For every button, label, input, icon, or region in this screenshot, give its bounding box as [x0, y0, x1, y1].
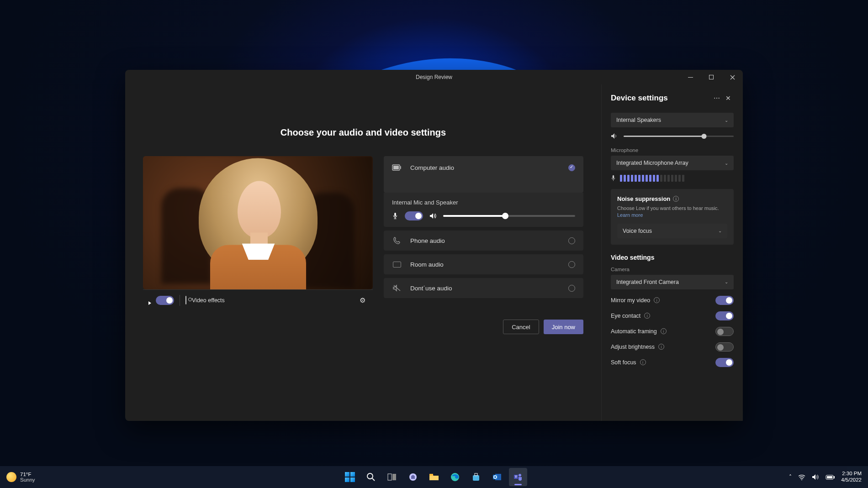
clock[interactable]: 2:30 PM4/5/2022 [841, 471, 862, 483]
start-button[interactable] [341, 468, 359, 486]
radio-icon [568, 285, 575, 292]
panel-title: Device settings [611, 94, 711, 103]
battery-icon[interactable] [826, 475, 835, 480]
radio-selected-icon [568, 164, 575, 171]
noise-suppression-dropdown[interactable]: Voice focus⌄ [617, 224, 727, 238]
mirror-label: Mirror my video [611, 297, 650, 304]
audio-option-label: Phone audio [410, 237, 445, 244]
weather-temp: 71°F [20, 472, 35, 477]
taskview-button[interactable] [383, 468, 401, 486]
edge-button[interactable] [446, 468, 464, 486]
info-icon[interactable]: i [640, 359, 646, 365]
svg-rect-22 [827, 476, 832, 478]
svg-rect-12 [473, 475, 479, 481]
eye-contact-label: Eye contact [611, 313, 640, 319]
camera-toggle[interactable] [156, 296, 174, 305]
svg-rect-8 [392, 474, 396, 480]
audio-option-none[interactable]: Dont´use audio [384, 278, 583, 298]
svg-point-19 [519, 474, 521, 477]
mic-level-meter [611, 175, 734, 182]
info-icon[interactable]: i [654, 297, 660, 303]
speaker-volume-slider[interactable] [443, 215, 575, 217]
video-effects-button[interactable]: Video effects [192, 297, 225, 304]
info-icon[interactable]: i [658, 344, 664, 350]
weather-cond: Sunny [20, 477, 35, 483]
speaker-dropdown[interactable]: Internal Speakers⌄ [611, 113, 734, 127]
mic-icon [392, 212, 398, 220]
video-toolbar: Video effects ⚙ [143, 289, 373, 310]
noise-suppression-card: Noise suppression i Choose Low if you wa… [611, 189, 734, 245]
window-title: Design Review [416, 74, 452, 80]
info-icon[interactable]: i [661, 328, 667, 334]
chat-button[interactable] [404, 468, 422, 486]
svg-rect-3 [393, 166, 399, 169]
framing-label: Automatic framing [611, 328, 657, 335]
eye-contact-toggle[interactable] [715, 311, 734, 320]
wifi-icon[interactable] [798, 474, 805, 480]
info-icon[interactable]: i [644, 313, 650, 319]
mic-toggle[interactable] [405, 211, 423, 220]
section-camera-label: Camera [611, 267, 734, 272]
teams-button[interactable]: T [509, 468, 527, 486]
more-icon[interactable]: ⋯ [711, 93, 723, 104]
audio-option-label: Room audio [410, 261, 444, 268]
audio-option-phone[interactable]: Phone audio [384, 231, 583, 251]
audio-option-label: Computer audio [410, 164, 454, 171]
mic-icon [611, 175, 616, 182]
svg-rect-0 [688, 77, 693, 78]
store-button[interactable] [467, 468, 485, 486]
close-panel-icon[interactable]: ✕ [723, 93, 734, 104]
learn-more-link[interactable]: Learn more [617, 212, 643, 218]
framing-toggle[interactable] [715, 327, 734, 336]
join-now-button[interactable]: Join now [544, 320, 583, 334]
svg-rect-10 [429, 474, 433, 476]
brightness-label: Adjust brightness [611, 344, 655, 350]
section-microphone-label: Microphone [611, 147, 734, 153]
svg-point-20 [801, 479, 802, 480]
video-settings-title: Video settings [611, 254, 734, 261]
info-icon[interactable]: i [673, 196, 679, 202]
tray-chevron-icon[interactable]: ˄ [789, 474, 792, 480]
volume-icon[interactable] [812, 474, 819, 480]
audio-option-label: Dont´use audio [410, 285, 452, 292]
minimize-button[interactable] [680, 70, 701, 84]
camera-dropdown[interactable]: Integrated Front Camera⌄ [611, 275, 734, 289]
svg-rect-1 [709, 75, 714, 79]
search-button[interactable] [362, 468, 380, 486]
maximize-button[interactable] [701, 70, 722, 84]
no-audio-icon [392, 284, 402, 292]
main-pane: Choose your audio and video settings [125, 84, 601, 421]
svg-rect-7 [388, 474, 392, 480]
speaker-icon [429, 213, 437, 219]
svg-text:T: T [515, 475, 517, 479]
speaker-icon [611, 133, 618, 139]
explorer-button[interactable] [425, 468, 443, 486]
titlebar: Design Review [125, 70, 743, 84]
taskbar[interactable]: 71°F Sunny T ˄ 2:30 PM4/5/2022 [0, 466, 868, 488]
svg-rect-5 [613, 175, 614, 179]
device-settings-panel: Device settings ⋯ ✕ Internal Speakers⌄ M… [601, 84, 743, 421]
brightness-toggle[interactable] [715, 342, 734, 352]
computer-audio-icon [392, 163, 402, 172]
gear-icon[interactable]: ⚙ [360, 296, 365, 304]
weather-widget[interactable]: 71°F Sunny [6, 472, 35, 483]
outlook-button[interactable] [488, 468, 506, 486]
softfocus-toggle[interactable] [715, 358, 734, 367]
radio-icon [568, 237, 575, 244]
svg-rect-23 [834, 476, 835, 478]
svg-rect-4 [394, 213, 396, 216]
cancel-button[interactable]: Cancel [503, 320, 539, 334]
radio-icon [568, 261, 575, 268]
close-button[interactable] [722, 70, 743, 84]
room-icon [392, 262, 402, 268]
video-effects-icon [185, 296, 186, 304]
audio-option-room[interactable]: Room audio [384, 254, 583, 274]
audio-device-summary: Internal Mic and Speaker [392, 199, 458, 206]
svg-point-6 [367, 473, 373, 479]
microphone-dropdown[interactable]: Integrated Microphone Array⌄ [611, 156, 734, 170]
mirror-toggle[interactable] [715, 296, 734, 305]
audio-option-computer[interactable]: Computer audio [384, 156, 583, 193]
page-title: Choose your audio and video settings [281, 127, 446, 138]
prejoin-window: Design Review Choose your audio and vide… [125, 70, 743, 421]
output-volume-slider[interactable] [624, 136, 734, 137]
